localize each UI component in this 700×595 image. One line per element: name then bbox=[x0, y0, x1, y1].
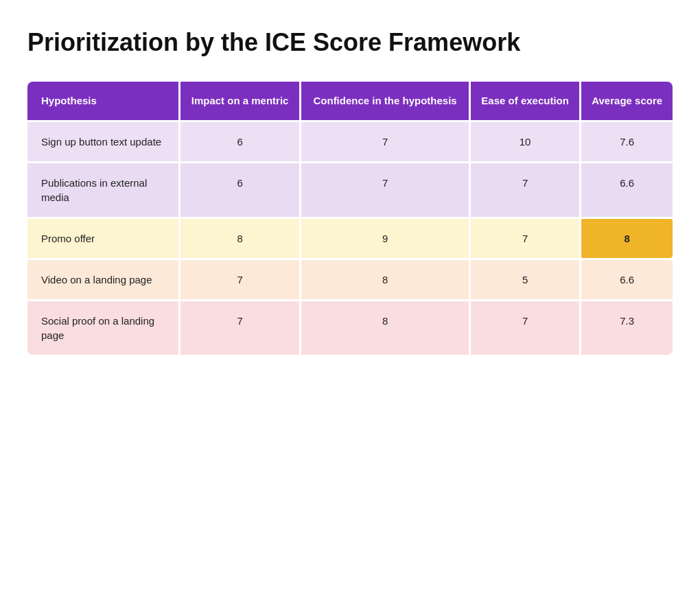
table-header-row: Hypothesis Impact on a mentric Confidenc… bbox=[27, 82, 673, 120]
cell-impact: 7 bbox=[178, 299, 299, 355]
table-row: Promo offer8978 bbox=[27, 217, 673, 258]
cell-impact: 6 bbox=[178, 120, 299, 161]
table-row: Sign up button text update67107.6 bbox=[27, 120, 673, 161]
cell-average: 7.6 bbox=[579, 120, 673, 161]
cell-hypothesis: Video on a landing page bbox=[27, 258, 178, 299]
cell-ease: 10 bbox=[469, 120, 579, 161]
cell-average: 6.6 bbox=[579, 258, 673, 299]
cell-average: 6.6 bbox=[579, 161, 673, 217]
cell-impact: 6 bbox=[178, 161, 299, 217]
cell-confidence: 9 bbox=[299, 217, 469, 258]
table-row: Publications in external media6776.6 bbox=[27, 161, 673, 217]
cell-hypothesis: Sign up button text update bbox=[27, 120, 178, 161]
col-header-confidence: Confidence in the hypothesis bbox=[299, 82, 469, 120]
cell-average: 7.3 bbox=[579, 299, 673, 355]
cell-ease: 7 bbox=[469, 299, 579, 355]
cell-confidence: 7 bbox=[299, 161, 469, 217]
page-title: Prioritization by the ICE Score Framewor… bbox=[27, 27, 520, 57]
cell-ease: 7 bbox=[469, 161, 579, 217]
table-row: Social proof on a landing page7877.3 bbox=[27, 299, 673, 355]
col-header-average: Average score bbox=[579, 82, 673, 120]
cell-impact: 8 bbox=[178, 217, 299, 258]
cell-ease: 5 bbox=[469, 258, 579, 299]
col-header-hypothesis: Hypothesis bbox=[27, 82, 178, 120]
cell-average: 8 bbox=[579, 217, 673, 258]
col-header-impact: Impact on a mentric bbox=[178, 82, 299, 120]
table-row: Video on a landing page7856.6 bbox=[27, 258, 673, 299]
cell-hypothesis: Promo offer bbox=[27, 217, 178, 258]
col-header-ease: Ease of execution bbox=[469, 82, 579, 120]
cell-hypothesis: Publications in external media bbox=[27, 161, 178, 217]
cell-impact: 7 bbox=[178, 258, 299, 299]
cell-confidence: 8 bbox=[299, 299, 469, 355]
ice-score-table: Hypothesis Impact on a mentric Confidenc… bbox=[27, 82, 673, 355]
cell-confidence: 7 bbox=[299, 120, 469, 161]
cell-ease: 7 bbox=[469, 217, 579, 258]
cell-hypothesis: Social proof on a landing page bbox=[27, 299, 178, 355]
cell-confidence: 8 bbox=[299, 258, 469, 299]
